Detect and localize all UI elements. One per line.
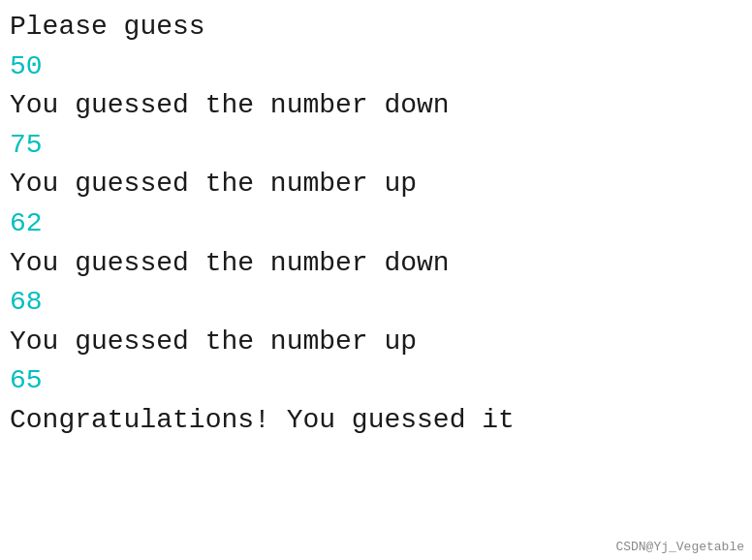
output-line-4: 75 — [10, 126, 742, 166]
output-line-5: You guessed the number up — [10, 165, 742, 204]
watermark: CSDN@Yj_Vegetable — [615, 540, 744, 554]
output-line-6: 62 — [10, 204, 742, 244]
output-line-8: 68 — [10, 283, 742, 323]
output-line-10: 65 — [10, 361, 742, 401]
output-line-1: Please guess — [10, 8, 742, 47]
terminal-output: Please guess50You guessed the number dow… — [10, 8, 742, 441]
output-line-2: 50 — [10, 47, 742, 87]
output-line-7: You guessed the number down — [10, 244, 742, 284]
output-line-9: You guessed the number up — [10, 323, 742, 362]
output-line-11: Congratulations! You guessed it — [10, 401, 742, 441]
output-line-3: You guessed the number down — [10, 86, 742, 126]
